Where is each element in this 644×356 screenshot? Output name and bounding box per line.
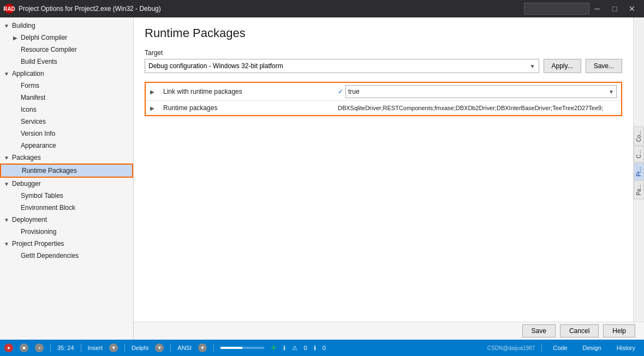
sidebar-item-services[interactable]: Services <box>0 116 133 128</box>
sidebar-label-manifest: Manifest <box>20 94 133 101</box>
sidebar-item-environment-block[interactable]: Environment Block <box>0 202 133 214</box>
zoom-plus-icon[interactable]: + <box>271 342 277 354</box>
zoom-slider[interactable] <box>220 347 264 349</box>
sidebar-item-packages[interactable]: ▼Packages <box>0 152 133 164</box>
tree-arrow-delphi-compiler: ▶ <box>11 33 20 42</box>
language-dropdown-btn[interactable]: ▼ <box>155 343 164 352</box>
help-button[interactable]: Help <box>603 324 635 337</box>
side-tab-pa[interactable]: Pa... <box>634 180 644 200</box>
sidebar-item-build-events[interactable]: Build Events <box>0 56 133 68</box>
close-button[interactable]: ✕ <box>624 3 640 15</box>
encoding-dropdown-btn[interactable]: ▼ <box>198 343 207 352</box>
save-button[interactable]: Save <box>522 324 556 337</box>
tree-arrow-deployment: ▼ <box>2 215 11 224</box>
prop-name-runtime-packages: Runtime packages <box>159 102 333 114</box>
target-row: Debug configuration - Windows 32-bit pla… <box>145 59 622 73</box>
tree-arrow-spacer-appearance <box>11 141 20 150</box>
target-dropdown[interactable]: Debug configuration - Windows 32-bit pla… <box>145 59 539 73</box>
minimize-button[interactable]: ─ <box>589 3 605 15</box>
right-side-tabs: Co... C... Pr... Pa... <box>633 17 644 322</box>
status-divider3 <box>124 343 125 352</box>
prop-value-dropdown-link-runtime[interactable]: true▼ <box>345 85 617 98</box>
sidebar: ▼Building▶Delphi CompilerResource Compil… <box>0 17 134 340</box>
target-dropdown-value: Debug configuration - Windows 32-bit pla… <box>148 62 283 70</box>
title-bar-text: Project Options for Project2.exe (Win32 … <box>19 5 524 13</box>
tree-arrow-spacer-getit-dependencies <box>11 251 20 260</box>
tree-arrow-spacer-icons <box>11 105 20 114</box>
status-divider2 <box>81 343 81 352</box>
sidebar-label-provisioning: Provisioning <box>20 228 133 236</box>
side-tab-pr[interactable]: Pr... <box>634 163 644 180</box>
sidebar-item-project-properties[interactable]: ▼Project Properties <box>0 238 133 250</box>
sidebar-label-building: Building <box>11 22 133 29</box>
tree-arrow-packages: ▼ <box>2 153 11 162</box>
prop-name-link-runtime: Link with runtime packages <box>159 86 333 98</box>
sidebar-item-application[interactable]: ▼Application <box>0 68 133 80</box>
checkbox-icon-link-runtime: ✓ <box>338 88 343 95</box>
record-button[interactable]: ● <box>4 343 13 352</box>
target-label: Target <box>145 49 622 57</box>
encoding-label: ANSI <box>177 345 192 351</box>
prop-value-link-runtime: ✓true▼ <box>333 83 621 100</box>
sidebar-item-symbol-tables[interactable]: Symbol Tables <box>0 190 133 202</box>
prop-expander-runtime-packages[interactable]: ▶ <box>146 101 159 115</box>
sidebar-item-forms[interactable]: Forms <box>0 80 133 92</box>
sidebar-label-delphi-compiler: Delphi Compiler <box>20 34 133 41</box>
side-tab-co[interactable]: Co... <box>634 126 644 146</box>
sidebar-label-appearance: Appearance <box>20 142 133 149</box>
properties-table: ▶Link with runtime packages✓true▼▶Runtim… <box>145 82 622 116</box>
sidebar-item-deployment[interactable]: ▼Deployment <box>0 214 133 226</box>
pause-button[interactable]: ▪ <box>35 343 44 352</box>
sidebar-item-delphi-compiler[interactable]: ▶Delphi Compiler <box>0 32 133 44</box>
zero-label2: 0 <box>323 345 326 351</box>
prop-row-runtime-packages[interactable]: ▶Runtime packagesDBXSqliteDriver;RESTCom… <box>146 101 621 115</box>
tree-arrow-spacer-forms <box>11 81 20 90</box>
sidebar-item-manifest[interactable]: Manifest <box>0 92 133 104</box>
sidebar-label-forms: Forms <box>20 82 133 89</box>
prop-dropdown-arrow-icon: ▼ <box>609 89 614 95</box>
sidebar-label-packages: Packages <box>11 154 133 161</box>
mode-dropdown-btn[interactable]: ▼ <box>109 343 118 352</box>
apply-button[interactable]: Apply... <box>544 59 581 73</box>
sidebar-item-provisioning[interactable]: Provisioning <box>0 226 133 238</box>
side-tab-c[interactable]: C... <box>634 146 644 162</box>
tree-arrow-spacer-runtime-packages <box>12 166 21 175</box>
info-icon2: ℹ <box>314 345 316 352</box>
info-icon: ℹ <box>283 345 285 352</box>
sidebar-item-appearance[interactable]: Appearance <box>0 140 133 152</box>
sidebar-item-runtime-packages[interactable]: Runtime Packages <box>0 164 133 178</box>
prop-row-link-runtime[interactable]: ▶Link with runtime packages✓true▼ <box>146 83 621 101</box>
warning-icon: ⚠ <box>292 345 297 352</box>
maximize-button[interactable]: □ <box>607 3 622 15</box>
language-label: Delphi <box>132 345 148 351</box>
tree-arrow-spacer-symbol-tables <box>11 191 20 200</box>
sidebar-label-application: Application <box>11 70 133 77</box>
panel-title: Runtime Packages <box>145 26 622 40</box>
sidebar-item-debugger[interactable]: ▼Debugger <box>0 178 133 190</box>
tree-arrow-project-properties: ▼ <box>2 239 11 248</box>
title-search-input[interactable] <box>524 3 589 15</box>
sidebar-item-getit-dependencies[interactable]: GetIt Dependencies <box>0 250 133 262</box>
right-main: Runtime Packages Target Debug configurat… <box>134 17 633 322</box>
stop-button[interactable]: ■ <box>20 343 28 352</box>
bottom-tab-history[interactable]: History <box>612 345 640 351</box>
status-divider5 <box>213 343 214 352</box>
tree-arrow-spacer-resource-compiler <box>11 45 20 54</box>
dropdown-arrow-icon: ▼ <box>530 63 535 69</box>
right-panel-wrapper: Runtime Packages Target Debug configurat… <box>134 17 644 340</box>
sidebar-item-building[interactable]: ▼Building <box>0 20 133 32</box>
main-container: ▼Building▶Delphi CompilerResource Compil… <box>0 17 644 340</box>
bottom-tab-code[interactable]: Code <box>548 345 571 351</box>
watermark: CSDN@daijua1987 <box>487 345 535 351</box>
sidebar-label-symbol-tables: Symbol Tables <box>20 192 133 200</box>
cancel-button[interactable]: Cancel <box>560 324 599 337</box>
right-content: Runtime Packages Target Debug configurat… <box>134 17 644 322</box>
sidebar-item-resource-compiler[interactable]: Resource Compiler <box>0 44 133 56</box>
save-as-button[interactable]: Save... <box>586 59 622 73</box>
status-divider6 <box>541 343 542 352</box>
sidebar-item-icons[interactable]: Icons <box>0 104 133 116</box>
bottom-tab-design[interactable]: Design <box>579 345 606 351</box>
zero-label: 0 <box>304 345 307 351</box>
prop-expander-link-runtime[interactable]: ▶ <box>146 85 159 99</box>
sidebar-item-version-info[interactable]: Version Info <box>0 128 133 140</box>
